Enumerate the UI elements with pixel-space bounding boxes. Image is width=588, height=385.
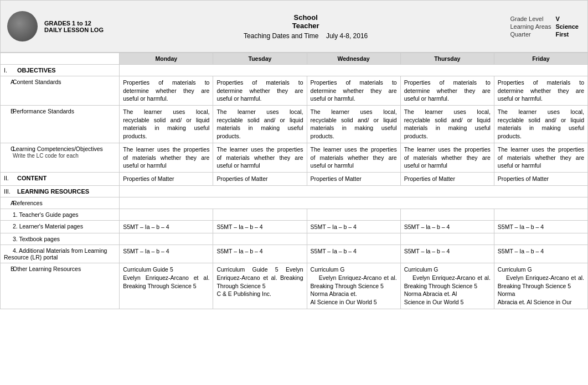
- quarter-value: First: [553, 30, 581, 38]
- or-monday: Curriculum Guide 5 Evelyn Enriquez-Arcan…: [120, 263, 213, 309]
- tg-wednesday: [307, 209, 400, 220]
- lc-monday: The learner uses the properties of mater…: [120, 143, 213, 172]
- lm-friday: S5MT – Ia – b – 4: [494, 220, 587, 233]
- am-wednesday: S5MT – Ia – b – 4: [307, 245, 400, 263]
- learning-resources-empty: [120, 185, 588, 197]
- ref3-label: 3. Textbook pages: [4, 236, 60, 242]
- grades-label: GRADES 1 to 12: [44, 20, 104, 27]
- content-label: II.CONTENT: [1, 172, 120, 185]
- section-A-title: Content Standards: [13, 79, 61, 85]
- additional-materials-row: 4. Additional Materials from Learning Re…: [1, 245, 588, 263]
- content-thursday: Properties of Matter: [400, 172, 494, 185]
- content-standards-wednesday: Properties of materials to determine whe…: [307, 76, 400, 106]
- lc-friday: The learner uses the properties of mater…: [494, 143, 587, 172]
- am-tuesday: S5MT – Ia – b – 4: [213, 245, 307, 263]
- section-IIIA-letter: A.: [4, 200, 13, 206]
- performance-tuesday: The learner uses local, recyclable solid…: [213, 106, 307, 143]
- or-thursday: Curriculum G Evelyn Enriquez-Arcano et a…: [400, 263, 494, 309]
- lm-monday: S5MT – Ia – b – 4: [120, 220, 213, 233]
- section-B-title: Performance Standards: [13, 108, 74, 115]
- lc-wednesday: The learner uses the properties of mater…: [307, 143, 400, 172]
- ref4-label: 4. Additional Materials from Learning Re…: [4, 247, 107, 261]
- section-IIIB-letter: B.: [4, 266, 13, 272]
- learning-areas-label: Learning Areas: [508, 23, 553, 30]
- teachers-guide-label: 1. Teacher's Guide pages: [1, 209, 120, 220]
- tuesday-header: Tuesday: [213, 53, 307, 65]
- section-I-roman: I.: [4, 67, 17, 74]
- textbook-row: 3. Textbook pages: [1, 233, 588, 245]
- content-monday: Properties of Matter: [120, 172, 213, 185]
- references-label: A.References: [1, 197, 120, 209]
- school-info: GRADES 1 to 12 DAILY LESSON LOG: [44, 20, 104, 33]
- tb-friday: [494, 233, 587, 245]
- thursday-header: Thursday: [400, 53, 494, 65]
- additional-materials-label: 4. Additional Materials from Learning Re…: [1, 245, 120, 263]
- content-standards-row: A.Content Standards Properties of materi…: [1, 76, 588, 106]
- lm-wednesday: S5MT – Ia – b – 4: [307, 220, 400, 233]
- content-tuesday: Properties of Matter: [213, 172, 307, 185]
- references-row: A.References: [1, 197, 588, 209]
- section-IIIB-title: Other Learning Resources: [13, 266, 81, 272]
- tb-wednesday: [307, 233, 400, 245]
- learning-competencies-label: C.Learning Competencies/Objectives Write…: [1, 143, 120, 172]
- content-friday: Properties of Matter: [494, 172, 587, 185]
- lm-tuesday: S5MT – Ia – b – 4: [213, 220, 307, 233]
- content-standards-thursday: Properties of materials to determine whe…: [400, 76, 494, 106]
- content-standards-friday: Properties of materials to determine whe…: [494, 76, 587, 106]
- objectives-section-row: I.OBJECTIVES: [1, 65, 588, 76]
- lesson-table: Monday Tuesday Wednesday Thursday Friday…: [0, 53, 588, 309]
- performance-friday: The learner uses local, recyclable solid…: [494, 106, 587, 143]
- learning-resources-label: III.LEARNING RESOURCES: [1, 185, 120, 197]
- performance-monday: The learner uses local, recyclable solid…: [120, 106, 213, 143]
- header-right: Grade Level V Learning Areas Science Qua…: [508, 15, 581, 38]
- grade-level-value: V: [553, 15, 581, 23]
- performance-wednesday: The learner uses local, recyclable solid…: [307, 106, 400, 143]
- or-friday: Curriculum G Evelyn Enriquez-Arcano et a…: [494, 263, 587, 309]
- references-empty: [120, 197, 588, 209]
- monday-header: Monday: [120, 53, 213, 65]
- performance-thursday: The learner uses local, recyclable solid…: [400, 106, 494, 143]
- other-resources-label: B.Other Learning Resources: [1, 263, 120, 309]
- grade-level-label: Grade Level: [508, 15, 553, 23]
- header: GRADES 1 to 12 DAILY LESSON LOG School T…: [0, 0, 588, 53]
- daily-label: DAILY LESSON LOG: [44, 27, 104, 33]
- lc-thursday: The learner uses the properties of mater…: [400, 143, 494, 172]
- tg-tuesday: [213, 209, 307, 220]
- ref1-label: 1. Teacher's Guide pages: [4, 211, 79, 218]
- textbook-label: 3. Textbook pages: [1, 233, 120, 245]
- teaching-date-value: July 4-8, 2016: [326, 32, 368, 40]
- content-standards-tuesday: Properties of materials to determine whe…: [213, 76, 307, 106]
- school-name: School: [115, 13, 497, 22]
- objectives-label: I.OBJECTIVES: [1, 65, 120, 76]
- section-C-sub: Write the LC code for each: [4, 153, 79, 159]
- lm-thursday: S5MT – la – b – 4: [400, 220, 494, 233]
- other-resources-row: B.Other Learning Resources Curriculum Gu…: [1, 263, 588, 309]
- tg-thursday: [400, 209, 494, 220]
- section-III-roman: III.: [4, 188, 17, 195]
- day-header-row: Monday Tuesday Wednesday Thursday Friday: [1, 53, 588, 65]
- empty-header: [1, 53, 120, 65]
- wednesday-header: Wednesday: [307, 53, 400, 65]
- teaching-row: Teaching Dates and Time July 4-8, 2016: [115, 32, 497, 40]
- teachers-guide-row: 1. Teacher's Guide pages: [1, 209, 588, 220]
- ref2-label: 2. Learner's Material pages: [4, 223, 83, 230]
- learning-competencies-row: C.Learning Competencies/Objectives Write…: [1, 143, 588, 172]
- section-A-letter: A.: [4, 79, 13, 85]
- header-center: School Teacher Teaching Dates and Time J…: [115, 13, 497, 40]
- section-C-title: Learning Competencies/Objectives: [13, 145, 103, 152]
- am-monday: S5MT – Ia – b – 4: [120, 245, 213, 263]
- tb-monday: [120, 233, 213, 245]
- learning-resources-row: III.LEARNING RESOURCES: [1, 185, 588, 197]
- teaching-dates-label: Teaching Dates and Time: [244, 32, 318, 40]
- tg-monday: [120, 209, 213, 220]
- friday-header: Friday: [494, 53, 587, 65]
- quarter-label: Quarter: [508, 30, 553, 38]
- am-friday: S5MT – Ia – b – 4: [494, 245, 587, 263]
- or-wednesday: Curriculum G Evelyn Enriquez-Arcano et a…: [307, 263, 400, 309]
- learners-material-label: 2. Learner's Material pages: [1, 220, 120, 233]
- section-IIIA-title: References: [13, 200, 43, 206]
- performance-standards-label: B.Performance Standards: [1, 106, 120, 143]
- section-III-title: LEARNING RESOURCES: [17, 188, 89, 195]
- lc-tuesday: The learner uses the properties of mater…: [213, 143, 307, 172]
- content-wednesday: Properties of Matter: [307, 172, 400, 185]
